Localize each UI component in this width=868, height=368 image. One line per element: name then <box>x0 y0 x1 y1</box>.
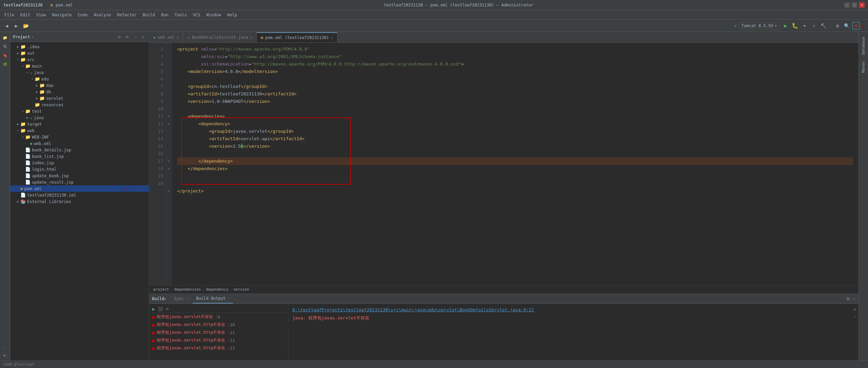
menu-help[interactable]: Help <box>225 12 240 18</box>
error-item-3[interactable]: ● 程序包javax.servlet.http不存在 :11 <box>149 329 288 336</box>
panel-gear-icon[interactable]: ⚙ <box>116 34 123 40</box>
minimize-button[interactable]: – <box>844 2 850 8</box>
tree-item-src[interactable]: ▾ 📁 src <box>10 56 149 63</box>
tree-item-external-libs[interactable]: ▶ 📚 External Libraries <box>10 198 149 205</box>
fold-btn-20[interactable]: ▾ <box>166 187 171 195</box>
git-panel-toggle[interactable]: 🌿 <box>1 60 9 68</box>
panel-close-icon[interactable]: ✕ <box>139 34 146 40</box>
menu-vcs[interactable]: VCS <box>190 12 203 18</box>
database-panel-toggle[interactable]: Database <box>861 34 866 57</box>
tree-item-update-book[interactable]: 📄 update_book.jsp <box>10 172 149 179</box>
back-button[interactable]: ◀ <box>3 22 11 30</box>
profile-button[interactable]: ⚡ <box>810 22 818 30</box>
search-button[interactable]: 🔍 <box>843 22 851 30</box>
run-again-button[interactable]: ▶ <box>151 306 157 312</box>
menu-code[interactable]: Code <box>75 12 91 18</box>
tree-item-login-html[interactable]: 📄 login.html <box>10 166 149 172</box>
debug-button[interactable]: 🐛 <box>791 22 799 30</box>
panel-expand-icon[interactable]: ⊞ <box>124 34 131 40</box>
tab-pom-xml[interactable]: m pom.xml (testleaf20231130) × <box>257 32 337 42</box>
tree-item-idea[interactable]: ▶ 📁 .idea <box>10 43 149 50</box>
fold-btn-12[interactable]: ▾ <box>166 120 171 128</box>
tree-item-servlet[interactable]: ▶ 📁 servlet <box>10 95 149 102</box>
tab-bookdetails-servlet[interactable]: ☕ BookDetailsServlet.java × <box>183 32 256 42</box>
settings-button[interactable]: ⚙ <box>833 22 842 30</box>
error-item-1[interactable]: ● 程序包javax.servlet不存在 :9 <box>149 313 288 321</box>
error-icon: ● <box>152 346 155 351</box>
project-panel-toggle[interactable]: 📁 <box>1 34 9 42</box>
tree-item-java-test[interactable]: ▶ ☕ java <box>10 114 149 121</box>
maven-button[interactable]: m <box>852 22 860 30</box>
tree-item-test[interactable]: ▾ 📁 test <box>10 108 149 114</box>
tab-build-output[interactable]: Build Output × <box>193 294 233 303</box>
tab-close-pom[interactable]: × <box>331 36 333 40</box>
build-button[interactable]: 🔨 <box>819 22 828 30</box>
menu-analyze[interactable]: Analyze <box>91 12 114 18</box>
run-panel-toggle[interactable]: ▶ <box>1 351 9 359</box>
forward-button[interactable]: ▶ <box>12 22 20 30</box>
tab-sync[interactable]: Sync × <box>171 294 191 303</box>
tab-close-web-xml[interactable]: × <box>177 36 179 39</box>
fold-btn-11[interactable]: ▾ <box>166 113 171 120</box>
maximize-button[interactable]: □ <box>852 2 857 8</box>
menu-file[interactable]: File <box>2 12 17 18</box>
tree-item-main[interactable]: ▾ 📁 main <box>10 63 149 69</box>
menu-navigate[interactable]: Navigate <box>50 12 75 18</box>
build-settings-icon[interactable]: ⚙ <box>847 295 850 302</box>
fold-btn-17[interactable]: ▾ <box>166 165 171 172</box>
menu-tools[interactable]: Tools <box>172 12 190 18</box>
menu-view[interactable]: View <box>34 12 49 18</box>
tree-item-java-main[interactable]: ▾ ☕ java <box>10 69 149 76</box>
tree-item-pom-xml[interactable]: m pom.xml ← <box>10 185 149 192</box>
tree-item-book-list[interactable]: 📄 book_list.jsp <box>10 153 149 160</box>
tree-item-book-details[interactable]: 📄 book_details.jsp <box>10 147 149 153</box>
build-minimize-icon[interactable]: — <box>852 295 856 302</box>
fold-btn-16[interactable]: ▾ <box>166 158 171 165</box>
error-item-2[interactable]: ● 程序包javax.servlet.http不存在 :10 <box>149 321 288 329</box>
recent-files-button[interactable]: 📂 <box>22 22 30 30</box>
scroll-to-end-button[interactable]: ↓ <box>852 313 858 319</box>
code-text-area[interactable]: <project xmlns="http://maven.apache.org/… <box>172 43 859 285</box>
menu-build[interactable]: Build <box>140 12 158 18</box>
terminal-panel-toggle[interactable]: _ <box>1 342 9 350</box>
menu-window[interactable]: Window <box>204 12 224 18</box>
maven-panel-toggle[interactable]: Maven <box>861 59 866 75</box>
build-path[interactable]: D:\testleafProjects\testleaf20231130\src… <box>292 307 854 313</box>
run-config-selector[interactable]: Tomcat 8.5.93 ▾ <box>738 22 780 29</box>
structure-panel-toggle[interactable]: 🏗 <box>1 42 9 51</box>
file-path-link[interactable]: D:\testleafProjects\testleaf20231130\src… <box>292 307 534 312</box>
tree-item-target[interactable]: ▶ 📁 target <box>10 121 149 127</box>
tree-item-update-result[interactable]: 📄 update_result.jsp <box>10 179 149 185</box>
breadcrumb-version[interactable]: version <box>233 287 249 292</box>
breadcrumb-dependencies[interactable]: dependencies <box>174 287 201 292</box>
tab-close-bookdetails[interactable]: × <box>250 36 252 39</box>
tree-item-web-xml[interactable]: ◆ web.xml <box>10 140 149 147</box>
tree-item-dao[interactable]: ▶ 📁 dao <box>10 82 149 89</box>
error-item-5[interactable]: ● 程序包javax.servlet.http不存在 :13 <box>149 344 288 352</box>
bookmarks-panel-toggle[interactable]: 🔖 <box>1 51 9 59</box>
tab-web-xml[interactable]: ◆ web.xml × <box>149 32 183 42</box>
error-item-4[interactable]: ● 程序包javax.servlet.http不存在 :12 <box>149 336 288 344</box>
tree-item-iml[interactable]: 📄 testleaf20231130.iml <box>10 192 149 198</box>
tree-item-web[interactable]: ▾ 📁 web <box>10 127 149 134</box>
tree-item-webinf[interactable]: ▾ 📁 WEB-INF <box>10 134 149 140</box>
menu-edit[interactable]: Edit <box>18 12 33 18</box>
tree-item-out[interactable]: ▶ 📁 out <box>10 50 149 56</box>
stop-button[interactable]: ⬛ <box>157 306 163 312</box>
tree-item-resources[interactable]: 📁 resources <box>10 102 149 108</box>
filter-button[interactable]: ⊟ <box>164 306 170 312</box>
menu-refactor[interactable]: Refactor <box>114 12 139 18</box>
tree-item-index-jsp[interactable]: 📄 index.jsp <box>10 160 149 166</box>
tab-close-build-output[interactable]: × <box>228 296 230 300</box>
filter-errors-button[interactable]: ⊟ <box>852 307 858 313</box>
breadcrumb-dependency[interactable]: dependency <box>206 287 228 292</box>
breadcrumb-project[interactable]: project <box>153 287 169 292</box>
tree-item-edu[interactable]: ▾ 📁 edu <box>10 76 149 82</box>
close-button[interactable]: ✕ <box>859 2 865 8</box>
menu-run[interactable]: Run <box>158 12 171 18</box>
coverage-button[interactable]: ☂ <box>801 22 809 30</box>
tab-close-sync[interactable]: × <box>186 297 188 300</box>
tree-item-db[interactable]: ▶ 📁 db <box>10 89 149 95</box>
panel-minimize-icon[interactable]: — <box>132 34 138 40</box>
run-button[interactable]: ▶ <box>782 22 790 30</box>
